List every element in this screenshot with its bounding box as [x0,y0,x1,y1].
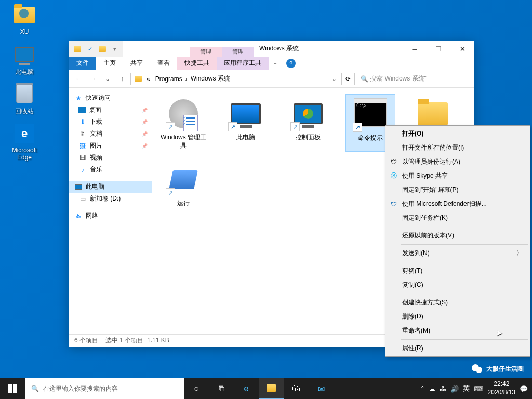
ribbon-tab-shortcut-tools[interactable]: 快捷工具 [177,57,217,70]
nav-videos[interactable]: 🎞视频 [69,152,152,164]
ribbon-tab-view[interactable]: 查看 [150,57,177,70]
nav-recent-button[interactable]: ⌄ [101,73,114,85]
ctx-send-to[interactable]: 发送到(N)〉 [387,246,529,260]
help-icon[interactable]: ? [286,59,296,68]
minimize-button[interactable]: ─ [403,41,427,57]
address-dropdown-icon[interactable]: ⌄ [331,75,337,83]
item-this-pc[interactable]: ↗此电脑 [221,94,271,152]
music-icon: ♪ [78,166,87,174]
ctx-delete[interactable]: 删除(D) [387,310,529,324]
window-title: Windows 系统 [254,41,403,57]
ctx-defender-scan[interactable]: 🛡使用 Microsoft Defender扫描... [387,197,529,211]
nav-up-button[interactable]: ↑ [116,73,128,85]
checkbox-icon[interactable]: ✓ [85,44,95,54]
shield-icon: 🛡 [390,158,398,166]
shortcut-icon: ↗ [353,123,362,132]
separator [401,244,528,245]
system-icon [97,44,108,54]
ctx-create-shortcut[interactable]: 创建快捷方式(S) [387,296,529,310]
nav-pane: ★快速访问 桌面 ⬇下载 🗎文档 🖼图片 🎞视频 ♪音乐 此电脑 ▭新加卷 (D… [69,88,152,334]
ctx-copy[interactable]: 复制(C) [387,278,529,292]
ctx-properties[interactable]: 属性(R) [387,341,529,355]
quick-access-toolbar: ✓ ▾ [69,41,123,57]
task-view-button[interactable]: ⧉ [209,378,234,399]
ribbon-tab-file[interactable]: 文件 [69,57,96,70]
nav-desktop[interactable]: 桌面 [69,104,152,116]
breadcrumb-programs[interactable]: Programs [153,75,184,83]
taskbar-mail[interactable]: ✉ [309,378,334,399]
taskbar-search-input[interactable]: 🔍在这里输入你要搜索的内容 [25,378,184,399]
desktop-icon-edge[interactable]: eMicrosoft Edge [5,123,44,161]
tray-onedrive-icon[interactable]: ☁ [429,385,435,393]
skype-icon: Ⓢ [390,172,398,180]
search-input[interactable]: 🔍 搜索"Windows 系统" [357,73,471,85]
tray-keyboard-icon[interactable]: ⌨ [474,385,484,393]
context-menu: 打开(O) 打开文件所在的位置(I) 🛡以管理员身份运行(A) Ⓢ使用 Skyp… [385,125,530,357]
address-bar: ← → ⌄ ↑ « Programs› Windows 系统 ⌄ ⟳ 🔍 搜索"… [69,70,474,88]
qat-dropdown-icon[interactable]: ▾ [110,44,120,54]
tray-network-icon[interactable]: 🖧 [440,385,446,393]
address-box[interactable]: « Programs› Windows 系统 ⌄ [130,73,339,85]
nav-network[interactable]: 🖧网络 [69,210,152,222]
ctx-cut[interactable]: 剪切(T) [387,264,529,278]
tray-volume-icon[interactable]: 🔊 [450,385,459,393]
desktop-icon-recycle-bin[interactable]: 回收站 [5,83,44,116]
titlebar[interactable]: ✓ ▾ 管理 管理 Windows 系统 ─ ☐ ✕ [69,41,474,57]
nav-drive-d[interactable]: ▭新加卷 (D:) [69,193,152,205]
network-icon: 🖧 [74,212,83,220]
close-button[interactable]: ✕ [450,41,474,57]
start-button[interactable] [0,378,25,399]
folder-icon [133,74,143,84]
taskbar-explorer[interactable] [259,378,284,399]
nav-downloads[interactable]: ⬇下载 [69,116,152,128]
shortcut-icon: ↗ [166,188,175,197]
taskbar-store[interactable]: 🛍 [284,378,309,399]
desktop-icon [78,107,86,113]
ctx-rename[interactable]: 重命名(M) [387,324,529,338]
nav-quick-access[interactable]: ★快速访问 [69,92,152,104]
ctx-pin-taskbar[interactable]: 固定到任务栏(K) [387,211,529,225]
nav-this-pc[interactable]: 此电脑 [69,181,152,193]
breadcrumb-root[interactable]: « [144,75,152,83]
nav-music[interactable]: ♪音乐 [69,164,152,176]
ctx-open[interactable]: 打开(O) [387,127,529,141]
tray-ime[interactable]: 英 [463,384,470,393]
nav-back-button[interactable]: ← [72,73,85,85]
ribbon-tab-home[interactable]: 主页 [96,57,123,70]
nav-forward-button[interactable]: → [87,73,99,85]
ribbon-tab-share[interactable]: 共享 [123,57,150,70]
shortcut-icon: ↗ [290,122,300,131]
item-run[interactable]: ↗运行 [158,160,208,210]
item-control-panel[interactable]: ↗控制面板 [283,94,333,152]
cursor-icon: ➤ [496,328,502,338]
watermark: 大眼仔生活圈 [471,363,524,375]
desktop-icon-this-pc[interactable]: 此电脑 [5,44,44,76]
ctx-open-location[interactable]: 打开文件所在的位置(I) [387,141,529,155]
taskbar-edge[interactable]: e [234,378,259,399]
maximize-button[interactable]: ☐ [427,41,450,57]
desktop-icon-user-folder[interactable]: XU [5,4,44,35]
context-tab-manage2: 管理 [222,47,254,57]
refresh-button[interactable]: ⟳ [341,73,355,85]
nav-documents[interactable]: 🗎文档 [69,128,152,140]
ribbon-expand-icon[interactable]: ⌄ [269,57,282,70]
cortana-button[interactable]: ○ [184,378,209,399]
drive-icon: ▭ [78,195,87,203]
separator [401,262,528,262]
ribbon-tab-app-tools[interactable]: 应用程序工具 [217,57,269,70]
nav-pictures[interactable]: 🖼图片 [69,140,152,152]
picture-icon: 🖼 [78,142,87,150]
tray-notifications-icon[interactable]: 💬 [520,385,528,393]
tray-overflow-icon[interactable]: ˄ [421,385,424,393]
ctx-skype-share[interactable]: Ⓢ使用 Skype 共享 [387,169,529,183]
ctx-run-as-admin[interactable]: 🛡以管理员身份运行(A) [387,155,529,169]
ctx-pin-start[interactable]: 固定到"开始"屏幕(P) [387,183,529,197]
defender-icon: 🛡 [390,200,398,208]
ctx-restore-versions[interactable]: 还原以前的版本(V) [387,229,529,243]
separator [401,227,528,227]
video-icon: 🎞 [78,154,87,162]
breadcrumb-current[interactable]: Windows 系统 [189,74,232,83]
item-admin-tools[interactable]: ↗Windows 管理工具 [158,94,208,152]
svg-point-1 [476,367,482,373]
tray-clock[interactable]: 22:422020/8/13 [488,380,515,396]
